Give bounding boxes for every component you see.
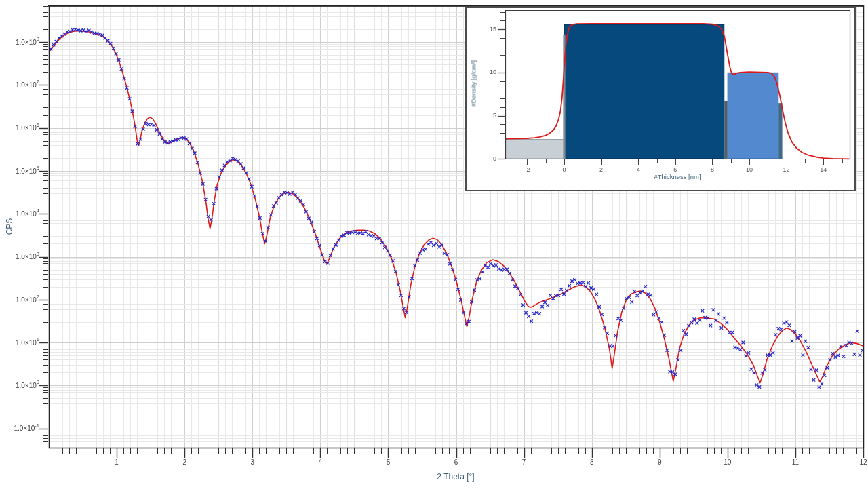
- xrr-analysis-window: CPS 2 Theta [°] #Density [g/cm³] #Thickn…: [0, 0, 868, 491]
- main-x-axis-title: 2 Theta [°]: [388, 472, 524, 482]
- density-profile-canvas[interactable]: [467, 8, 854, 190]
- inset-y-axis-title: #Density [g/cm³]: [470, 9, 477, 159]
- density-profile-inset-panel[interactable]: #Density [g/cm³] #Thickness [nm]: [465, 7, 856, 191]
- main-y-axis-title: CPS: [5, 193, 14, 260]
- inset-x-axis-title: #Thickness [nm]: [610, 173, 745, 180]
